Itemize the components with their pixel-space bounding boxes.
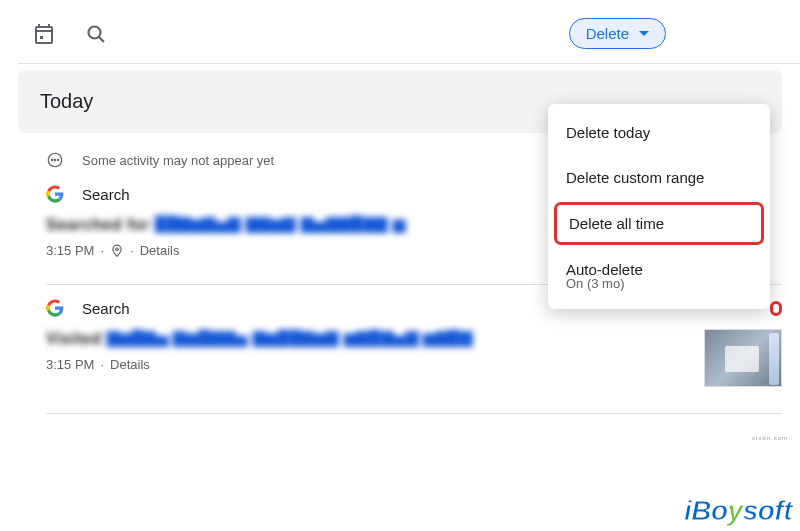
divider <box>18 63 800 64</box>
delete-dropdown: Delete today Delete custom range Delete … <box>548 104 770 309</box>
dropdown-item-delete-all-time[interactable]: Delete all time <box>554 202 764 245</box>
watermark-large: iBoysoft <box>684 495 792 527</box>
svg-line-1 <box>99 37 104 42</box>
svg-point-6 <box>116 247 119 250</box>
activity-service: Search <box>82 300 130 317</box>
chevron-down-icon <box>639 31 649 36</box>
calendar-icon[interactable] <box>32 22 56 46</box>
notice-text: Some activity may not appear yet <box>82 153 274 168</box>
dropdown-item-delete-custom-range[interactable]: Delete custom range <box>548 155 770 200</box>
svg-point-3 <box>51 159 52 160</box>
ellipsis-icon <box>46 151 64 169</box>
google-logo-icon <box>46 299 64 317</box>
dropdown-item-auto-delete-sub: On (3 mo) <box>548 276 770 297</box>
dropdown-item-delete-today[interactable]: Delete today <box>548 110 770 155</box>
delete-button-label: Delete <box>586 25 629 42</box>
google-logo-icon <box>46 185 64 203</box>
svg-point-5 <box>57 159 58 160</box>
toolbar-left <box>32 22 108 46</box>
activity-service: Search <box>82 186 130 203</box>
svg-point-4 <box>54 159 55 160</box>
delete-item-highlight <box>770 301 782 316</box>
location-pin-icon <box>110 244 124 258</box>
toolbar: Delete <box>0 0 800 63</box>
activity-meta: 3:15 PM · Details <box>46 357 688 372</box>
activity-item: Search Visited ▇▆█▇▅ ▇▆█▇▇▅ ▇▆██▇▆▇ ▆▇█▇… <box>0 297 800 401</box>
activity-thumbnail[interactable] <box>704 329 782 387</box>
delete-button[interactable]: Delete <box>569 18 666 49</box>
divider <box>46 413 782 414</box>
svg-point-0 <box>89 26 101 38</box>
activity-time: 3:15 PM <box>46 357 94 372</box>
watermark-small: vixdn.com <box>752 435 788 441</box>
activity-details-link[interactable]: Details <box>140 243 180 258</box>
activity-details-link[interactable]: Details <box>110 357 150 372</box>
activity-title-blurred: Visited ▇▆█▇▅ ▇▆█▇▇▅ ▇▆██▇▆▇ ▆▇█▇▅▇ ▆▇█▇ <box>46 329 688 347</box>
search-icon[interactable] <box>84 22 108 46</box>
activity-time: 3:15 PM <box>46 243 94 258</box>
